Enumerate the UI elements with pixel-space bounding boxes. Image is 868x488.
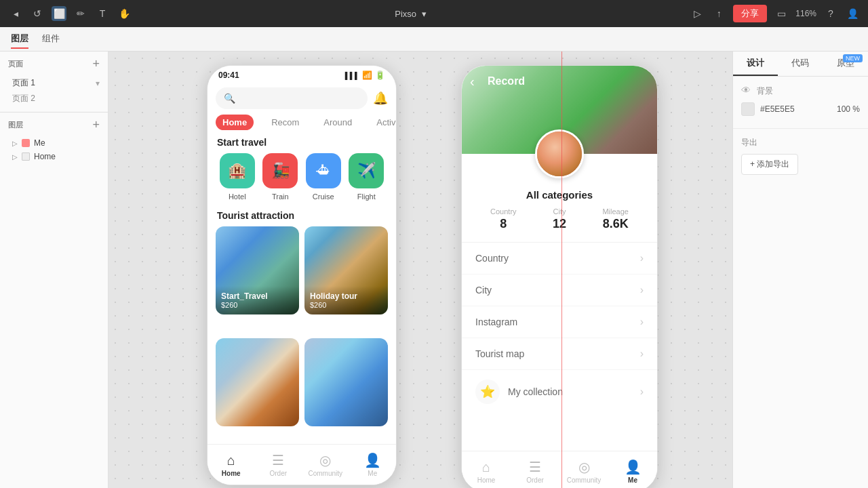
attraction-card-3[interactable] bbox=[216, 338, 299, 426]
me-country-label: Country bbox=[475, 253, 509, 264]
eye-icon: 👁 bbox=[741, 85, 751, 96]
me-nav-label: Me bbox=[368, 470, 377, 477]
me-touristmap-menu[interactable]: Tourist map › bbox=[462, 338, 657, 370]
upload-icon[interactable]: ↑ bbox=[711, 6, 726, 21]
page-2-item[interactable]: 页面 2 bbox=[8, 91, 100, 106]
travel-icons: 🏨 Hotel 🚂 Train ⛴ Cruise ✈️ Flight bbox=[208, 153, 396, 210]
signal-icon: ▌▌▌ bbox=[345, 72, 359, 79]
time-label: 09:41 bbox=[218, 70, 239, 80]
bg-color-swatch[interactable] bbox=[741, 102, 755, 116]
me-bottom-mebtn[interactable]: 👤 Me bbox=[608, 451, 657, 488]
person-icon[interactable]: 👤 bbox=[845, 6, 860, 21]
attraction-price-1: $260 bbox=[221, 301, 294, 309]
me-city-arrow: › bbox=[640, 284, 644, 296]
bg-label: 👁 背景 bbox=[741, 85, 860, 97]
layout-icon[interactable]: ▭ bbox=[774, 6, 789, 21]
bottom-nav-home: ⌂ Home ☰ Order ◎ Community 👤 Me bbox=[208, 444, 396, 485]
hotel-item[interactable]: 🏨 Hotel bbox=[220, 153, 255, 201]
me-instagram-label: Instagram bbox=[475, 317, 517, 327]
tab-recom[interactable]: Recom bbox=[264, 115, 306, 130]
expand-home-icon: ▷ bbox=[12, 153, 18, 161]
design-tab[interactable]: 设计 bbox=[733, 52, 778, 76]
attraction-overlay-2: Holiday tour $260 bbox=[304, 286, 388, 314]
prototype-tab[interactable]: 原型 NEW bbox=[823, 52, 868, 76]
subtab-layers[interactable]: 图层 bbox=[11, 30, 28, 49]
me-collection-left: ⭐ My collection bbox=[475, 380, 563, 404]
layers-label: 图层 bbox=[8, 120, 23, 130]
me-phone-frame: Me ‹ Record All categories Count bbox=[461, 65, 658, 488]
home-screen: 09:41 ▌▌▌ 📶 🔋 🔍 🔔 Home bbox=[208, 66, 396, 485]
pen-icon[interactable]: ✏ bbox=[73, 6, 88, 21]
attraction-card-1[interactable]: Start_Travel $260 bbox=[216, 226, 299, 314]
tourist-title: Tourist attraction bbox=[208, 210, 396, 226]
me-bottom-community-btn[interactable]: ◎ Community bbox=[559, 451, 608, 488]
attraction-name-1: Start_Travel bbox=[221, 291, 294, 301]
me-instagram-menu[interactable]: Instagram › bbox=[462, 306, 657, 338]
me-collection-label: My collection bbox=[508, 386, 563, 397]
status-bar: 09:41 ▌▌▌ 📶 🔋 bbox=[208, 66, 396, 85]
me-back-button[interactable]: ‹ bbox=[470, 74, 475, 89]
play-icon[interactable]: ▷ bbox=[690, 6, 705, 21]
color-row: #E5E5E5 100 % bbox=[741, 102, 860, 116]
me-collection-item[interactable]: ⭐ My collection › bbox=[462, 370, 657, 413]
layer-me[interactable]: ▷ Me bbox=[8, 136, 100, 150]
bottom-community-btn[interactable]: ◎ Community bbox=[302, 445, 349, 485]
me-country-arrow: › bbox=[640, 252, 644, 264]
bottom-home-btn[interactable]: ⌂ Home bbox=[208, 445, 255, 485]
me-city-label: City bbox=[475, 285, 492, 296]
toolbar-right: ▷ ↑ 分享 ▭ 116% ? 👤 bbox=[690, 5, 860, 22]
search-bar[interactable]: 🔍 bbox=[216, 87, 368, 109]
attraction-card-2[interactable]: Holiday tour $260 bbox=[304, 226, 388, 314]
flight-item[interactable]: ✈️ Flight bbox=[349, 153, 384, 201]
me-country-menu[interactable]: Country › bbox=[462, 243, 657, 274]
tab-home[interactable]: Home bbox=[216, 115, 254, 130]
bg-color-value: #E5E5E5 bbox=[760, 104, 795, 114]
back-icon[interactable]: ◂ bbox=[8, 6, 23, 21]
restore-icon[interactable]: ↺ bbox=[30, 6, 45, 21]
country-value: 8 bbox=[475, 217, 532, 231]
me-bottom-home-btn[interactable]: ⌂ Home bbox=[462, 451, 511, 488]
canvas-divider bbox=[561, 52, 562, 488]
flight-label: Flight bbox=[357, 192, 376, 201]
bottom-me-btn[interactable]: 👤 Me bbox=[349, 445, 397, 485]
me-bottom-order-btn[interactable]: ☰ Order bbox=[511, 451, 559, 488]
frame-icon[interactable]: ⬜ bbox=[52, 6, 66, 21]
subtoolbar: 图层 组件 bbox=[0, 27, 868, 52]
subtab-components[interactable]: 组件 bbox=[42, 30, 60, 49]
page-2-label: 页面 2 bbox=[12, 93, 35, 104]
add-layer-button[interactable]: + bbox=[92, 118, 100, 132]
me-category-title: All categories bbox=[462, 184, 657, 207]
order-nav-icon: ☰ bbox=[272, 452, 284, 468]
layer-home[interactable]: ▷ Home bbox=[8, 150, 100, 163]
home-frame-icon bbox=[22, 152, 30, 161]
nav-tabs: Home Recom Around Activity bbox=[208, 115, 396, 130]
order-nav-label: Order bbox=[269, 470, 287, 477]
me-touristmap-arrow: › bbox=[640, 348, 644, 360]
mileage-value: 8.6K bbox=[587, 217, 644, 231]
hotel-label: Hotel bbox=[229, 192, 246, 201]
me-record-title: Record bbox=[488, 75, 525, 87]
cruise-item[interactable]: ⛴ Cruise bbox=[306, 153, 341, 201]
hand-icon[interactable]: ✋ bbox=[117, 6, 132, 21]
train-icon-box: 🚂 bbox=[262, 153, 298, 188]
tab-around[interactable]: Around bbox=[317, 115, 359, 130]
home-nav-icon: ⌂ bbox=[227, 453, 235, 468]
right-panel-tabs: 设计 代码 原型 NEW bbox=[733, 52, 868, 77]
page-1-item[interactable]: 页面 1 bbox=[8, 75, 39, 91]
me-screen: ‹ Record All categories Country 8 bbox=[462, 66, 657, 488]
tab-activity[interactable]: Activity bbox=[370, 115, 397, 130]
flight-icon-box: ✈️ bbox=[349, 153, 384, 188]
share-button[interactable]: 分享 bbox=[733, 5, 767, 22]
add-export-button[interactable]: + 添加导出 bbox=[741, 154, 798, 175]
me-stat-country: Country 8 bbox=[475, 207, 532, 231]
bottom-order-btn[interactable]: ☰ Order bbox=[255, 445, 302, 485]
help-icon[interactable]: ? bbox=[823, 6, 838, 21]
bell-icon[interactable]: 🔔 bbox=[373, 91, 388, 106]
attraction-card-4[interactable] bbox=[304, 338, 388, 426]
text-icon[interactable]: T bbox=[95, 6, 110, 21]
add-page-button[interactable]: + bbox=[92, 57, 100, 71]
me-order-nav-label: Order bbox=[526, 476, 544, 484]
code-tab[interactable]: 代码 bbox=[778, 52, 823, 76]
me-city-menu[interactable]: City › bbox=[462, 274, 657, 306]
train-item[interactable]: 🚂 Train bbox=[262, 153, 298, 201]
